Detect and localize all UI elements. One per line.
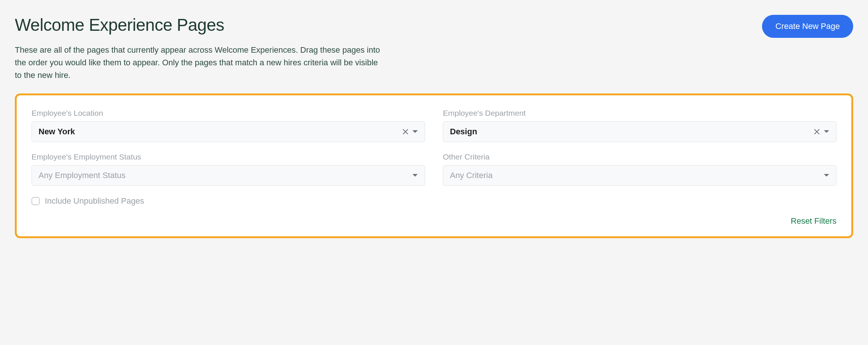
location-select[interactable]: New York [32,121,425,142]
svg-marker-1 [824,130,829,133]
other-criteria-field: Other Criteria Any Criteria [443,152,836,186]
clear-icon[interactable] [402,129,408,135]
other-criteria-label: Other Criteria [443,152,836,161]
department-field: Employee's Department Design [443,109,836,142]
svg-marker-2 [413,174,418,177]
page-description: These are all of the pages that currentl… [15,44,385,82]
employment-status-select[interactable]: Any Employment Status [32,165,425,186]
include-unpublished-checkbox[interactable] [32,197,40,205]
chevron-down-icon[interactable] [412,130,418,134]
other-criteria-select[interactable]: Any Criteria [443,165,836,186]
location-value: New York [39,127,75,137]
department-label: Employee's Department [443,109,836,118]
employment-status-field: Employee's Employment Status Any Employm… [32,152,425,186]
employment-status-label: Employee's Employment Status [32,152,425,161]
chevron-down-icon[interactable] [824,174,829,177]
create-new-page-button[interactable]: Create New Page [762,15,853,38]
include-unpublished-row[interactable]: Include Unpublished Pages [32,196,836,206]
department-select[interactable]: Design [443,121,836,142]
reset-filters-link[interactable]: Reset Filters [791,216,836,226]
svg-marker-3 [824,174,829,177]
page-title: Welcome Experience Pages [15,15,224,35]
filter-panel: Employee's Location New York Employee's … [15,93,853,238]
other-criteria-placeholder: Any Criteria [450,171,493,180]
employment-status-placeholder: Any Employment Status [39,171,126,180]
chevron-down-icon[interactable] [412,174,418,177]
location-label: Employee's Location [32,109,425,118]
svg-marker-0 [413,130,418,133]
include-unpublished-label: Include Unpublished Pages [45,196,144,206]
department-value: Design [450,127,477,137]
location-field: Employee's Location New York [32,109,425,142]
clear-icon[interactable] [814,129,820,135]
chevron-down-icon[interactable] [824,130,829,134]
